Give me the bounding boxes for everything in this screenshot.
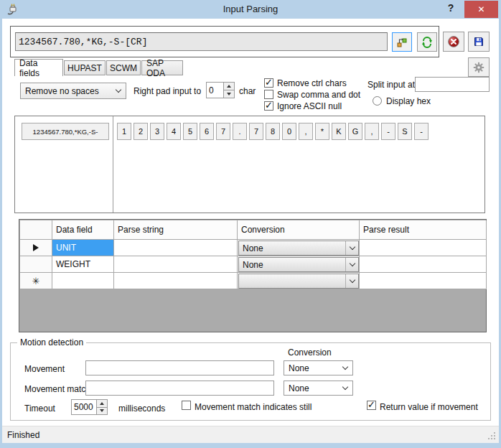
spin-down-button[interactable] bbox=[97, 407, 107, 415]
tab-data-fields[interactable]: Data fields bbox=[14, 59, 63, 76]
timeout-input[interactable] bbox=[72, 400, 96, 414]
column-header-parse-string[interactable]: Parse string bbox=[114, 220, 238, 240]
motion-detection-label: Motion detection bbox=[17, 337, 86, 347]
char-cell[interactable]: . bbox=[233, 123, 247, 140]
delete-button[interactable] bbox=[443, 32, 464, 52]
char-cell[interactable]: K bbox=[332, 123, 346, 140]
grid-cell-parse-result[interactable] bbox=[360, 256, 487, 273]
tab-hupast[interactable]: HUPAST bbox=[64, 60, 106, 75]
grid-cell-data-field[interactable]: UNIT bbox=[52, 240, 114, 256]
combo-arrow-button[interactable] bbox=[345, 241, 358, 255]
conversion-select[interactable] bbox=[238, 274, 359, 289]
conversion-value: None bbox=[243, 260, 263, 270]
remove-spaces-select[interactable]: Remove no spaces bbox=[20, 83, 126, 99]
display-hex-label: Display hex bbox=[386, 96, 431, 106]
tab-sap-oda[interactable]: SAP ODA bbox=[141, 60, 183, 75]
char-cell[interactable]: 1 bbox=[117, 123, 131, 140]
spin-down-button[interactable] bbox=[224, 90, 234, 98]
refresh-button[interactable] bbox=[417, 32, 437, 52]
split-input-field[interactable] bbox=[415, 77, 490, 92]
movement-field[interactable] bbox=[85, 360, 274, 375]
column-header-parse-result[interactable]: Parse result bbox=[360, 220, 487, 240]
tab-scwm[interactable]: SCWM bbox=[106, 60, 141, 75]
movement-match-still-label: Movement match indicates still bbox=[195, 402, 312, 412]
chevron-down-icon bbox=[116, 86, 121, 92]
chevron-down-icon bbox=[349, 244, 355, 250]
column-header-data-field[interactable]: Data field bbox=[52, 220, 114, 240]
raw-input-field[interactable] bbox=[15, 32, 388, 51]
return-value-checkbox[interactable] bbox=[367, 401, 376, 410]
conversion-select[interactable]: None bbox=[238, 257, 359, 272]
remove-ctrl-chars-label: Remove ctrl chars bbox=[277, 78, 347, 88]
movement-match-conversion-select[interactable]: None bbox=[284, 381, 353, 396]
char-cell[interactable]: 6 bbox=[200, 123, 214, 140]
help-button[interactable]: ? bbox=[444, 2, 458, 17]
grid-cell-parse-string[interactable] bbox=[114, 240, 238, 256]
resize-grip[interactable] bbox=[494, 438, 495, 439]
new-row-icon bbox=[32, 276, 40, 286]
column-header-conversion[interactable]: Conversion bbox=[238, 220, 360, 240]
movement-conversion-select[interactable]: None bbox=[284, 360, 353, 375]
char-cell[interactable]: G bbox=[348, 123, 362, 140]
token-panel: 1234567.780,*KG,-S- 1 2 3 4 5 6 7 . 7 8 … bbox=[14, 116, 485, 213]
grid-cell-parse-string[interactable] bbox=[114, 256, 238, 273]
char-cell[interactable]: 2 bbox=[134, 123, 148, 140]
grid-cell-parse-result[interactable] bbox=[360, 273, 487, 289]
char-cell[interactable]: S bbox=[398, 123, 412, 140]
char-cell[interactable]: , bbox=[365, 123, 379, 140]
close-button[interactable] bbox=[464, 1, 498, 18]
token-cell[interactable]: 1234567.780,*KG,-S- bbox=[22, 123, 109, 140]
char-cell[interactable]: - bbox=[381, 123, 395, 140]
chevron-down-icon bbox=[342, 383, 348, 389]
grid-cell-data-field[interactable] bbox=[52, 273, 114, 289]
spin-up-button[interactable] bbox=[97, 400, 107, 407]
char-cell[interactable]: 0 bbox=[282, 123, 296, 140]
refresh-icon bbox=[421, 37, 433, 48]
char-cell[interactable]: 4 bbox=[167, 123, 181, 140]
char-cell[interactable]: 3 bbox=[150, 123, 164, 140]
title-bar[interactable]: Input Parsing ? bbox=[0, 0, 501, 19]
conversion-column-label: Conversion bbox=[288, 347, 332, 358]
char-cell[interactable]: 7 bbox=[216, 123, 230, 140]
settings-button[interactable] bbox=[468, 57, 490, 77]
grid-cell-data-field[interactable]: WEIGHT bbox=[52, 256, 114, 273]
combo-arrow-button[interactable] bbox=[345, 258, 358, 271]
grid-cell-parse-string[interactable] bbox=[114, 273, 238, 289]
conversion-value: None bbox=[243, 243, 263, 253]
movement-match-field[interactable] bbox=[85, 381, 274, 396]
timeout-stepper[interactable] bbox=[71, 399, 108, 415]
char-cell[interactable]: * bbox=[315, 123, 329, 140]
display-hex-radio[interactable] bbox=[373, 96, 382, 106]
split-input-label: Split input at bbox=[367, 80, 415, 90]
movement-match-still-checkbox[interactable] bbox=[182, 401, 191, 410]
combo-arrow-button[interactable] bbox=[345, 274, 358, 288]
save-button[interactable] bbox=[468, 32, 490, 52]
status-text: Finished bbox=[7, 430, 39, 440]
conversion-select[interactable]: None bbox=[238, 241, 359, 256]
char-cell[interactable]: 5 bbox=[183, 123, 197, 140]
row-header[interactable] bbox=[20, 256, 52, 273]
row-header-current[interactable] bbox=[20, 240, 52, 256]
right-pad-stepper[interactable] bbox=[206, 82, 235, 98]
swap-comma-dot-label: Swap comma and dot bbox=[277, 90, 360, 100]
chevron-down-icon bbox=[342, 363, 348, 369]
movement-match-label: Movement match bbox=[24, 384, 90, 394]
remove-ctrl-chars-checkbox[interactable] bbox=[264, 78, 273, 88]
parse-button[interactable] bbox=[392, 32, 412, 52]
ignore-ascii-null-label: Ignore ASCII null bbox=[277, 101, 342, 111]
window-title: Input Parsing bbox=[0, 4, 501, 14]
right-pad-input[interactable] bbox=[207, 83, 223, 98]
swap-comma-dot-checkbox[interactable] bbox=[264, 90, 273, 99]
char-cell[interactable]: - bbox=[414, 123, 429, 140]
movement-label: Movement bbox=[24, 364, 65, 374]
grid-corner-header[interactable] bbox=[20, 220, 52, 240]
ignore-ascii-null-checkbox[interactable] bbox=[264, 101, 273, 111]
grid-cell-parse-result[interactable] bbox=[360, 240, 487, 256]
spin-up-button[interactable] bbox=[224, 83, 234, 90]
spin-down-icon bbox=[100, 409, 104, 412]
row-header-new[interactable] bbox=[20, 273, 52, 289]
char-cell[interactable]: 7 bbox=[249, 123, 263, 140]
char-cell[interactable]: 8 bbox=[266, 123, 280, 140]
char-cell[interactable]: , bbox=[299, 123, 313, 140]
status-bar: Finished bbox=[2, 426, 499, 443]
